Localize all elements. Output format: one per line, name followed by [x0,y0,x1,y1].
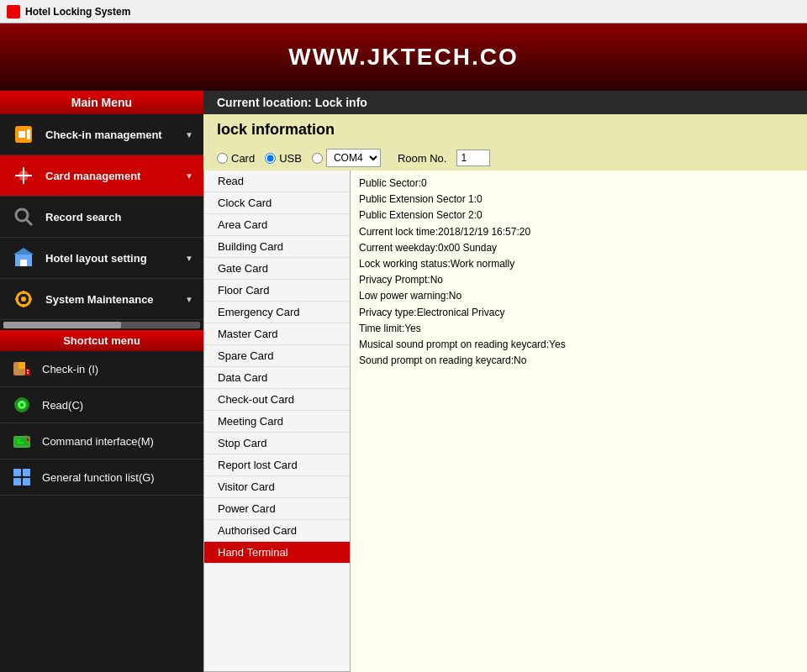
svg-point-7 [16,209,28,221]
dropdown-item-stop-card[interactable]: Stop Card [204,433,350,454]
dropdown-item-building-card[interactable]: Building Card [204,236,350,258]
com-select[interactable]: COM1 COM2 COM3 COM4 COM5 [326,149,381,167]
dropdown-item-read[interactable]: Read [204,171,350,192]
dropdown-item-emergency-card[interactable]: Emergency Card [204,302,350,323]
dropdown-item-visitor-card[interactable]: Visitor Card [204,476,350,498]
shortcut-item-command-label: Command interface(M) [42,435,154,448]
card-radio[interactable] [217,153,228,164]
usb-radio[interactable] [265,153,276,164]
com-radio-group: COM1 COM2 COM3 COM4 COM5 [312,149,381,167]
shortcut-item-read[interactable]: Read(C) [0,387,203,423]
checkin-icon [10,121,37,148]
svg-marker-10 [13,248,34,255]
shortcut-item-command[interactable]: Command interface(M) [0,423,203,459]
svg-rect-27 [15,438,29,446]
shortcut-item-general-label: General function list(G) [42,471,155,484]
general-shortcut-icon [10,465,34,489]
info-line: Musical sound prompt on reading keycard:… [359,337,799,353]
svg-rect-2 [27,129,30,139]
svg-rect-19 [18,362,25,369]
svg-rect-1 [18,131,25,138]
sidebar-scrollbar-thumb [3,322,121,328]
dropdown-item-area-card[interactable]: Area Card [204,214,350,236]
info-line: Current weekday:0x00 Sunday [359,240,799,256]
system-arrow: ▼ [185,295,193,304]
checkin-arrow: ▼ [185,130,193,139]
svg-rect-31 [13,469,21,476]
com-radio[interactable] [312,153,323,164]
info-line: Current lock time:2018/12/19 16:57:20 [359,224,799,240]
titlebar: Hotel Locking System [0,0,807,24]
dropdown-item-report-lost-card[interactable]: Report lost Card [204,454,350,476]
hotel-arrow: ▼ [185,254,193,263]
info-line: Sound prompt on reading keycard:No [359,353,799,369]
dropdown-item-hand-terminal[interactable]: Hand Terminal [204,542,350,564]
header-banner: WWW.JKTECH.CO [0,24,807,91]
card-radio-label: Card [231,152,255,165]
sidebar-item-record[interactable]: Record search [0,197,203,238]
room-no-label: Room No. [398,152,447,165]
app-icon [7,5,20,18]
info-line: Public Sector:0 [359,176,799,192]
dropdown-item-meeting-card[interactable]: Meeting Card [204,411,350,433]
shortcut-item-checkin[interactable]: Check-in (I) [0,351,203,387]
sidebar: Main Menu Check-in management ▼ [0,91,203,672]
content-area: Current location: Lock info lock informa… [203,91,807,672]
svg-point-13 [21,297,26,302]
sidebar-item-hotel[interactable]: Hotel layout setting ▼ [0,238,203,279]
svg-rect-34 [23,478,30,486]
titlebar-title: Hotel Locking System [25,6,130,18]
info-panel: Public Sector:0Public Extension Sector 1… [351,171,807,672]
card-arrow: ▼ [185,171,193,181]
sidebar-scrollbar[interactable] [3,322,200,328]
info-line: Public Extension Sector 1:0 [359,192,799,207]
page-title: lock information [203,114,807,145]
command-shortcut-icon [10,429,34,453]
svg-marker-20 [25,369,30,375]
sidebar-item-system-label: System Maintenance [45,293,154,306]
sidebar-item-card[interactable]: Card management ▼ [0,155,203,197]
shortcut-menu-bar: Shortcut menu [0,330,203,351]
card-radio-group: Card [217,152,255,165]
usb-radio-label: USB [279,152,302,165]
info-line: Privacy Prompt:No [359,272,799,288]
sidebar-item-checkin[interactable]: Check-in management ▼ [0,114,203,155]
svg-line-8 [26,219,32,225]
location-bar: Current location: Lock info [203,91,807,114]
record-icon [10,203,37,230]
sidebar-item-record-label: Record search [45,211,121,223]
system-icon [10,286,37,312]
sidebar-item-system[interactable]: System Maintenance ▼ [0,279,203,320]
dropdown-item-master-card[interactable]: Master Card [204,323,350,345]
main-menu-bar: Main Menu [0,91,203,114]
info-line: Public Extension Sector 2:0 [359,207,799,223]
sidebar-item-card-label: Card management [45,170,140,182]
shortcut-item-general[interactable]: General function list(G) [0,459,203,496]
card-icon [10,162,37,189]
dropdown-item-gate-card[interactable]: Gate Card [204,258,350,280]
dropdown-item-floor-card[interactable]: Floor Card [204,280,350,302]
usb-radio-group: USB [265,152,302,165]
sidebar-item-checkin-label: Check-in management [45,129,162,141]
info-line: Privacy type:Electronical Privacy [359,305,799,321]
dropdown-item-spare-card[interactable]: Spare Card [204,345,350,367]
dropdown-item-power-card[interactable]: Power Card [204,498,350,520]
sidebar-item-hotel-label: Hotel layout setting [45,252,147,265]
toolbar: Card USB COM1 COM2 COM3 COM4 COM5 Room N… [203,145,807,171]
svg-rect-33 [13,478,21,486]
room-no-input[interactable]: 1 [456,150,490,166]
read-shortcut-icon [10,393,34,417]
info-line: Lock working status:Work normally [359,256,799,272]
content-body: ReadClock CardArea CardBuilding CardGate… [203,171,807,672]
hotel-icon [10,244,37,271]
svg-rect-32 [23,469,30,476]
shortcut-item-checkin-label: Check-in (I) [42,363,98,375]
dropdown-item-authorised-card[interactable]: Authorised Card [204,520,350,542]
shortcut-item-read-label: Read(C) [42,399,83,412]
dropdown-item-checkout-card[interactable]: Check-out Card [204,389,350,411]
svg-rect-11 [20,260,27,266]
dropdown-item-data-card[interactable]: Data Card [204,367,350,389]
checkin-shortcut-icon [10,357,34,381]
dropdown-item-clock-card[interactable]: Clock Card [204,192,350,214]
info-line: Low power warning:No [359,288,799,304]
